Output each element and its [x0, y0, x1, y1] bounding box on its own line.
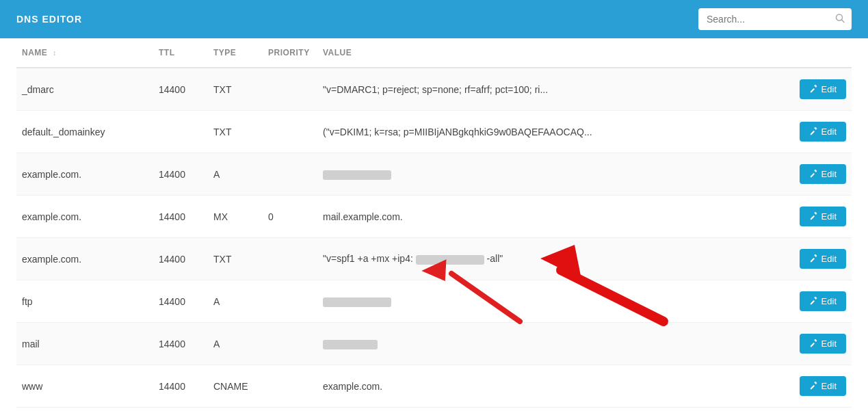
edit-icon	[809, 339, 818, 348]
cell-name: ftp	[16, 280, 153, 323]
edit-button[interactable]: Edit	[800, 79, 846, 99]
page-title: DNS EDITOR	[16, 14, 82, 25]
col-header-type: TYPE	[208, 38, 263, 68]
cell-value: "v=spf1 +a +mx +ip4: -all"	[317, 238, 790, 280]
cell-type: TXT	[208, 111, 263, 153]
cell-ttl: 14400	[153, 196, 208, 238]
cell-ttl	[153, 111, 208, 153]
search-icon	[835, 14, 845, 25]
cell-priority	[263, 68, 317, 111]
table-row: www14400CNAMEexample.com. Edit	[16, 365, 852, 408]
table-row: example.com.14400TXT"v=spf1 +a +mx +ip4:…	[16, 238, 852, 280]
edit-icon	[809, 254, 818, 263]
cell-ttl: 14400	[153, 153, 208, 196]
edit-button[interactable]: Edit	[800, 376, 846, 396]
cell-priority	[263, 365, 317, 408]
cell-action: Edit	[790, 280, 852, 323]
col-header-ttl: TTL	[153, 38, 208, 68]
table-row: example.com.14400MX0mail.example.com. Ed…	[16, 196, 852, 238]
cell-ttl: 14400	[153, 68, 208, 111]
cell-type: CNAME	[208, 365, 263, 408]
edit-button[interactable]: Edit	[800, 164, 846, 184]
cell-value	[317, 323, 790, 365]
search-wrapper	[698, 8, 852, 30]
cell-ttl: 14400	[153, 365, 208, 408]
cell-action: Edit	[790, 238, 852, 280]
col-header-priority: PRIORITY	[263, 38, 317, 68]
cell-ttl: 14400	[153, 280, 208, 323]
blurred-ip	[416, 255, 484, 265]
col-header-name: NAME ↕	[16, 38, 153, 68]
edit-icon	[809, 212, 818, 221]
cell-type: TXT	[208, 68, 263, 111]
cell-name: example.com.	[16, 153, 153, 196]
cell-priority	[263, 238, 317, 280]
cell-value: "v=DMARC1; p=reject; sp=none; rf=afrf; p…	[317, 68, 790, 111]
svg-line-1	[842, 20, 845, 23]
cell-ttl: 14400	[153, 238, 208, 280]
table-row: _dmarc14400TXT"v=DMARC1; p=reject; sp=no…	[16, 68, 852, 111]
cell-value: ("v=DKIM1; k=rsa; p=MIIBIjANBgkqhkiG9w0B…	[317, 111, 790, 153]
edit-icon	[809, 127, 818, 136]
cell-action: Edit	[790, 111, 852, 153]
cell-value	[317, 153, 790, 196]
edit-button[interactable]: Edit	[800, 207, 846, 226]
dns-table-container: NAME ↕ TTL TYPE PRIORITY VALUE _dmarc144…	[0, 38, 868, 408]
table-row: example.com.14400A Edit	[16, 153, 852, 196]
search-input[interactable]	[698, 8, 852, 30]
cell-type: TXT	[208, 238, 263, 280]
cell-action: Edit	[790, 323, 852, 365]
col-header-value: VALUE	[317, 38, 790, 68]
table-row: mail14400A Edit	[16, 323, 852, 365]
edit-button[interactable]: Edit	[800, 249, 846, 269]
blurred-ip	[323, 297, 391, 307]
col-header-action	[790, 38, 852, 68]
cell-priority	[263, 280, 317, 323]
cell-priority	[263, 111, 317, 153]
cell-action: Edit	[790, 365, 852, 408]
sort-icon: ↕	[53, 49, 57, 57]
cell-name: _dmarc	[16, 68, 153, 111]
cell-value: mail.example.com.	[317, 196, 790, 238]
top-bar: DNS EDITOR	[0, 0, 868, 38]
blurred-ip	[323, 170, 391, 180]
edit-icon	[809, 170, 818, 178]
cell-action: Edit	[790, 196, 852, 238]
table-row: default._domainkeyTXT("v=DKIM1; k=rsa; p…	[16, 111, 852, 153]
table-header-row: NAME ↕ TTL TYPE PRIORITY VALUE	[16, 38, 852, 68]
edit-button[interactable]: Edit	[800, 291, 846, 311]
cell-priority: 0	[263, 196, 317, 238]
cell-name: example.com.	[16, 238, 153, 280]
cell-name: www	[16, 365, 153, 408]
cell-name: mail	[16, 323, 153, 365]
table-row: ftp14400A Edit	[16, 280, 852, 323]
cell-type: A	[208, 323, 263, 365]
cell-name: example.com.	[16, 196, 153, 238]
edit-icon	[809, 382, 818, 390]
edit-button[interactable]: Edit	[800, 122, 846, 142]
cell-action: Edit	[790, 68, 852, 111]
cell-priority	[263, 153, 317, 196]
cell-type: A	[208, 153, 263, 196]
cell-value	[317, 280, 790, 323]
edit-icon	[809, 297, 818, 306]
cell-value: example.com.	[317, 365, 790, 408]
cell-type: A	[208, 280, 263, 323]
cell-name: default._domainkey	[16, 111, 153, 153]
dns-table: NAME ↕ TTL TYPE PRIORITY VALUE _dmarc144…	[16, 38, 852, 408]
cell-type: MX	[208, 196, 263, 238]
cell-action: Edit	[790, 153, 852, 196]
blurred-ip	[323, 340, 378, 349]
edit-icon	[809, 85, 818, 94]
edit-button[interactable]: Edit	[800, 334, 846, 354]
cell-ttl: 14400	[153, 323, 208, 365]
cell-priority	[263, 323, 317, 365]
